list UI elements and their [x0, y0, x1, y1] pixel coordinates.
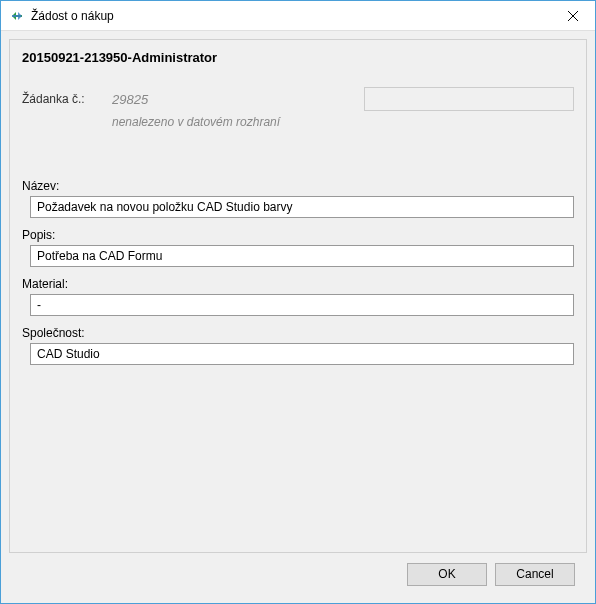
content-area: 20150921-213950-Administrator Žádanka č.…	[1, 31, 595, 603]
request-number-label: Žádanka č.:	[22, 92, 112, 106]
request-number-value: 29825	[112, 92, 342, 107]
form-panel: 20150921-213950-Administrator Žádanka č.…	[9, 39, 587, 553]
window-title: Žádost o nákup	[31, 9, 550, 23]
company-input[interactable]	[30, 343, 574, 365]
name-field-group: Název:	[22, 179, 574, 218]
description-input[interactable]	[30, 245, 574, 267]
page-title: 20150921-213950-Administrator	[22, 50, 574, 65]
close-icon	[568, 11, 578, 21]
not-found-message: nenalezeno v datovém rozhraní	[112, 115, 574, 129]
lookup-display-field	[364, 87, 574, 111]
request-number-row: Žádanka č.: 29825	[22, 87, 574, 111]
company-label: Společnost:	[22, 326, 574, 340]
app-icon	[9, 8, 25, 24]
description-label: Popis:	[22, 228, 574, 242]
close-button[interactable]	[550, 1, 595, 31]
description-field-group: Popis:	[22, 228, 574, 267]
cancel-button[interactable]: Cancel	[495, 563, 575, 586]
dialog-window: Žádost o nákup 20150921-213950-Administr…	[0, 0, 596, 604]
name-input[interactable]	[30, 196, 574, 218]
company-field-group: Společnost:	[22, 326, 574, 365]
titlebar: Žádost o nákup	[1, 1, 595, 31]
material-label: Material:	[22, 277, 574, 291]
button-bar: OK Cancel	[9, 553, 587, 595]
material-input[interactable]	[30, 294, 574, 316]
material-field-group: Material:	[22, 277, 574, 316]
ok-button[interactable]: OK	[407, 563, 487, 586]
name-label: Název:	[22, 179, 574, 193]
